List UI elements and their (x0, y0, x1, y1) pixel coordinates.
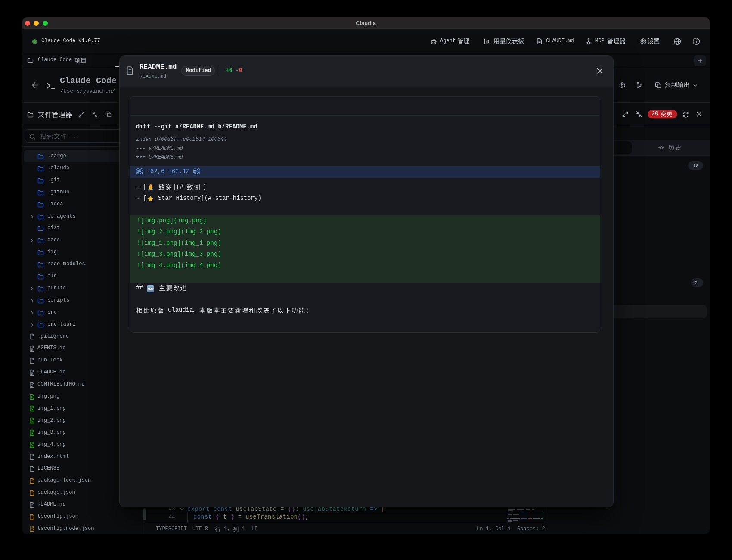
svg-text:NEW: NEW (148, 287, 154, 290)
